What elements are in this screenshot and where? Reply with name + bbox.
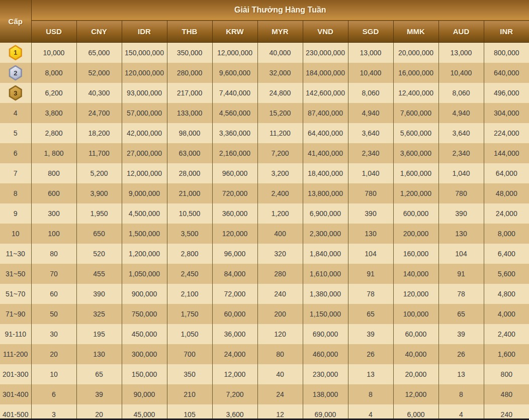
prize-value-cell: 1,050,000	[122, 264, 167, 284]
prize-value-cell: 10,400	[348, 63, 393, 83]
prize-value-cell: 130	[438, 224, 484, 244]
weekly-prize-table: Cấp Giải Thưởng Hàng Tuần USDCNYIDRTHBKR…	[0, 0, 529, 420]
rank-cell: 91-110	[0, 324, 31, 344]
table-row: 93001,9504,500,00010,500360,0001,2006,90…	[0, 203, 529, 224]
prize-value-cell: 390	[76, 284, 122, 304]
prize-value-cell: 2,300,000	[303, 224, 348, 244]
prize-value-cell: 4,560,000	[212, 103, 257, 123]
prize-value-cell: 150,000	[122, 364, 167, 384]
table-row: 91-11030195450,0001,05036,000120690,0003…	[0, 324, 529, 344]
prize-value-cell: 217,000	[167, 83, 212, 103]
prize-value-cell: 100	[31, 224, 76, 244]
table-row: 43,80024,70057,000,000133,0004,560,00015…	[0, 103, 529, 123]
table-row: 52,80018,20042,000,00098,0003,360,00011,…	[0, 123, 529, 143]
prize-value-cell: 138,000	[303, 384, 348, 404]
prize-value-cell: 6	[31, 384, 76, 404]
prize-value-cell: 93,000,000	[122, 83, 167, 103]
prize-value-cell: 3,360,000	[212, 123, 257, 143]
prize-value-cell: 120,000	[393, 284, 438, 304]
prize-value-cell: 3,600,000	[393, 143, 438, 163]
prize-value-cell: 3,900	[76, 183, 122, 203]
prize-value-cell: 7,600,000	[393, 103, 438, 123]
prize-value-cell: 520	[76, 244, 122, 264]
prize-value-cell: 240	[484, 404, 529, 420]
prize-value-cell: 133,000	[167, 103, 212, 123]
prize-value-cell: 1,150,000	[303, 304, 348, 324]
prize-value-cell: 8,060	[438, 83, 484, 103]
prize-value-cell: 40	[257, 364, 303, 384]
table-row: 78005,20012,000,00028,000960,0003,20018,…	[0, 163, 529, 183]
prize-value-cell: 690,000	[303, 324, 348, 344]
prize-value-cell: 496,000	[484, 83, 529, 103]
column-header-usd: USD	[31, 21, 76, 43]
prize-value-cell: 1,600	[484, 344, 529, 364]
prize-value-cell: 3,640	[438, 123, 484, 143]
column-header-krw: KRW	[212, 21, 257, 43]
rank-cell: 6	[0, 143, 31, 163]
prize-value-cell: 52,000	[76, 63, 122, 83]
prize-value-cell: 4,000	[484, 304, 529, 324]
rank-cell: 1	[0, 43, 31, 63]
table-row: 11~30805201,200,0002,80096,0003201,840,0…	[0, 244, 529, 264]
prize-value-cell: 390	[438, 203, 484, 224]
prize-value-cell: 8,000	[31, 63, 76, 83]
prize-value-cell: 48,000	[484, 183, 529, 203]
prize-value-cell: 1,200,000	[122, 244, 167, 264]
rank-cell: 4	[0, 103, 31, 123]
medal-rank-number: 2	[14, 69, 17, 77]
column-header-mmk: MMK	[393, 21, 438, 43]
column-header-idr: IDR	[122, 21, 167, 43]
prize-value-cell: 1,040	[438, 163, 484, 183]
prize-value-cell: 750,000	[122, 304, 167, 324]
prize-value-cell: 13	[438, 364, 484, 384]
table-row: 31~50704551,050,0002,45084,0002801,610,0…	[0, 264, 529, 284]
prize-value-cell: 12,000,000	[122, 163, 167, 183]
column-header-aud: AUD	[438, 21, 484, 43]
prize-value-cell: 4	[438, 404, 484, 420]
prize-value-cell: 300	[31, 203, 76, 224]
prize-value-cell: 4,940	[438, 103, 484, 123]
prize-value-cell: 96,000	[212, 244, 257, 264]
prize-value-cell: 105	[167, 404, 212, 420]
prize-value-cell: 1,380,000	[303, 284, 348, 304]
prize-value-cell: 400	[257, 224, 303, 244]
prize-value-cell: 24,000	[484, 203, 529, 224]
prize-value-cell: 1,750	[167, 304, 212, 324]
medal-rank-number: 1	[14, 49, 17, 56]
prize-value-cell: 2,400	[257, 183, 303, 203]
prize-value-cell: 200,000	[393, 224, 438, 244]
prize-value-cell: 78	[348, 284, 393, 304]
prize-value-cell: 13,000	[438, 43, 484, 63]
column-header-myr: MYR	[257, 21, 303, 43]
prize-value-cell: 65	[76, 364, 122, 384]
title-row: Cấp Giải Thưởng Hàng Tuần	[0, 0, 529, 21]
prize-value-cell: 13,800,000	[303, 183, 348, 203]
prize-value-cell: 7,200	[212, 384, 257, 404]
prize-value-cell: 200	[257, 304, 303, 324]
prize-value-cell: 325	[76, 304, 122, 324]
prize-value-cell: 10,500	[167, 203, 212, 224]
prize-value-cell: 87,400,000	[303, 103, 348, 123]
rank-cell: 8	[0, 183, 31, 203]
prize-value-cell: 30	[31, 324, 76, 344]
rank-cell: 71~90	[0, 304, 31, 324]
rank-cell: 111-200	[0, 344, 31, 364]
column-header-thb: THB	[167, 21, 212, 43]
prize-value-cell: 142,600,000	[303, 83, 348, 103]
prize-value-cell: 224,000	[484, 123, 529, 143]
prize-value-cell: 57,000,000	[122, 103, 167, 123]
rank-cell: 11~30	[0, 244, 31, 264]
medal-bronze-icon: 3	[8, 85, 23, 101]
prize-value-cell: 800	[31, 163, 76, 183]
prize-value-cell: 26	[438, 344, 484, 364]
prize-value-cell: 8	[438, 384, 484, 404]
prize-value-cell: 320	[257, 244, 303, 264]
column-header-cny: CNY	[76, 21, 122, 43]
prize-value-cell: 32,000	[257, 63, 303, 83]
prize-value-cell: 80	[31, 244, 76, 264]
prize-value-cell: 3,640	[348, 123, 393, 143]
prize-value-cell: 6,900,000	[303, 203, 348, 224]
table-row: 36,20040,30093,000,000217,0007,440,00024…	[0, 83, 529, 103]
prize-value-cell: 1,200	[257, 203, 303, 224]
prize-value-cell: 720,000	[212, 183, 257, 203]
